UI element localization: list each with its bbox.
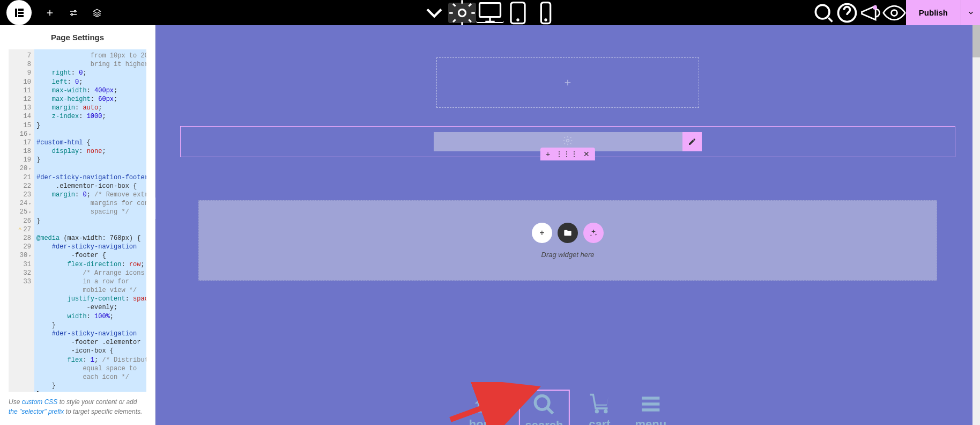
help-icon[interactable] [835,0,859,25]
svg-rect-3 [18,15,24,17]
topbar: Publish [0,0,980,25]
drop-zone[interactable]: + Drag widget here [198,200,937,281]
topbar-left [0,0,109,25]
plus-icon [563,78,573,87]
preview-icon[interactable] [882,0,906,25]
tablet-view-icon[interactable] [504,3,532,23]
canvas-scrollbar[interactable] [972,25,980,425]
svg-rect-18 [642,402,659,406]
cart-icon [588,392,611,415]
svg-point-16 [535,396,549,410]
home-icon [473,392,496,415]
svg-point-9 [517,19,518,20]
nav-cart-label: cart [589,417,610,425]
main: Page Settings 7 891011121314151617181920… [0,25,980,425]
sticky-footer-nav: home search cart menu [464,390,672,425]
canvas: + ⋮⋮⋮ ✕ + [155,25,980,425]
nav-menu[interactable]: menu [629,390,672,425]
edit-widget-icon[interactable] [682,132,702,151]
svg-rect-2 [18,12,24,14]
sidebar-footer: Use custom CSS to style your content or … [0,392,155,425]
topbar-right: Publish [812,0,980,25]
svg-rect-1 [18,9,24,11]
svg-rect-7 [480,3,501,17]
svg-point-6 [459,9,466,16]
custom-css-link[interactable]: custom CSS [22,398,58,406]
nav-home-label: home [469,417,501,425]
svg-rect-19 [642,408,659,412]
drop-zone-buttons: + [532,223,604,243]
scrollbar-thumb[interactable] [972,25,980,57]
template-library-button[interactable] [558,223,578,243]
mobile-view-icon[interactable] [532,3,560,23]
menu-icon [639,392,663,415]
add-icon[interactable] [38,0,62,25]
empty-section-placeholder[interactable] [436,57,699,108]
svg-point-12 [815,5,829,19]
section-add-icon[interactable]: + [546,150,550,158]
section-drag-icon[interactable]: ⋮⋮⋮ [555,150,578,158]
line-gutter: 7 891011121314151617181920 21 22232425 2… [9,49,34,392]
topbar-center [420,3,560,23]
svg-rect-0 [15,9,17,17]
svg-point-11 [545,19,546,20]
sidebar: Page Settings 7 891011121314151617181920… [0,25,155,425]
settings-gear-icon[interactable] [448,3,476,23]
settings-sliders-icon[interactable] [62,0,85,25]
nav-menu-label: menu [635,417,666,425]
folder-icon [563,229,572,237]
selector-prefix-link[interactable]: the "selector" prefix [9,408,64,415]
svg-point-15 [567,140,569,142]
svg-point-5 [71,13,73,15]
sparkle-icon [589,229,598,237]
nav-search-label: search [525,419,563,425]
desktop-view-icon[interactable] [476,3,504,23]
publish-button[interactable]: Publish [906,0,961,25]
drop-zone-text: Drag widget here [541,251,595,259]
svg-rect-17 [642,397,659,400]
publish-dropdown[interactable] [961,0,980,25]
page-dropdown[interactable] [420,3,448,23]
section-handle[interactable]: + ⋮⋮⋮ ✕ [540,148,595,160]
add-widget-button[interactable]: + [532,223,552,243]
layers-icon[interactable] [85,0,109,25]
code-content[interactable]: from 10px to 20px to bring it higher */ … [34,49,146,392]
announcements-icon[interactable] [859,0,882,25]
nav-home[interactable]: home [464,390,506,425]
section-close-icon[interactable]: ✕ [583,150,590,158]
search-nav-icon [532,393,556,416]
search-icon[interactable] [812,0,835,25]
ai-button[interactable] [583,223,604,243]
nav-cart[interactable]: cart [582,390,617,425]
notification-dot [873,5,877,10]
svg-point-14 [891,10,897,16]
sidebar-title: Page Settings [0,25,155,49]
elementor-logo[interactable] [6,0,32,25]
svg-point-4 [75,10,76,12]
css-editor[interactable]: 7 891011121314151617181920 21 22232425 2… [9,49,146,392]
widget-placeholder-icon [562,135,573,148]
nav-search[interactable]: search [519,390,570,425]
